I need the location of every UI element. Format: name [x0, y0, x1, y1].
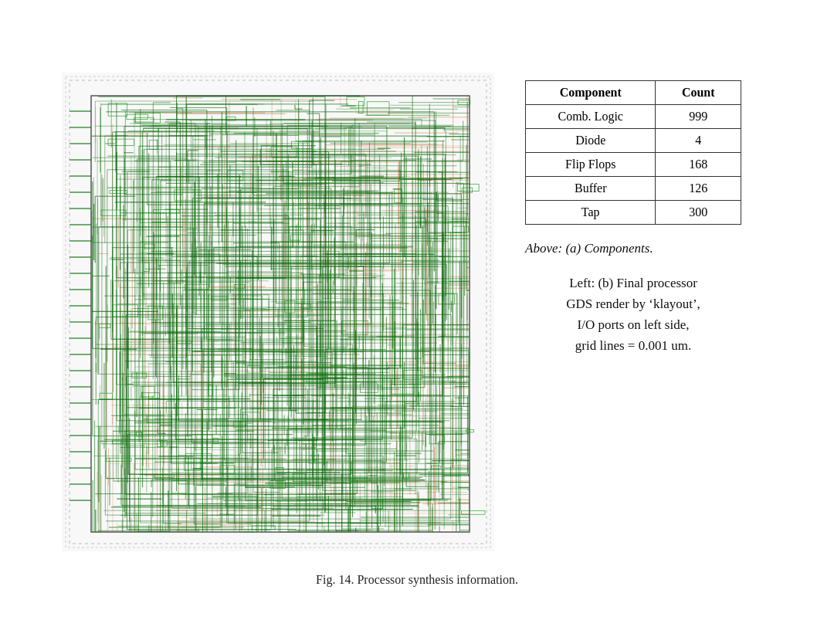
table-cell-count: 168: [656, 153, 741, 177]
caption-left: Left: (b) Final processor GDS render by …: [525, 273, 741, 357]
table-cell-count: 126: [656, 177, 741, 201]
table-cell-count: 999: [656, 105, 741, 129]
table-row: Diode4: [526, 129, 741, 153]
col-header-component: Component: [526, 81, 656, 105]
table-cell-component: Buffer: [526, 177, 656, 201]
component-table: Component Count Comb. Logic999Diode4Flip…: [525, 80, 741, 225]
table-cell-count: 300: [656, 201, 741, 225]
table-cell-component: Tap: [526, 201, 656, 225]
caption-above: Above: (a) Components.: [525, 239, 653, 259]
right-panel: Component Count Comb. Logic999Diode4Flip…: [525, 73, 772, 356]
col-header-count: Count: [656, 81, 741, 105]
table-row: Flip Flops168: [526, 153, 741, 177]
table-row: Tap300: [526, 201, 741, 225]
table-cell-count: 4: [656, 129, 741, 153]
caption-left-line2: GDS render by ‘klayout’,: [566, 297, 700, 311]
table-cell-component: Flip Flops: [526, 153, 656, 177]
table-cell-component: Diode: [526, 129, 656, 153]
table-cell-component: Comb. Logic: [526, 105, 656, 129]
caption-left-line4: grid lines = 0.001 um.: [575, 338, 691, 353]
circuit-canvas: [62, 73, 494, 551]
figure-caption: Fig. 14. Processor synthesis information…: [0, 573, 834, 587]
caption-left-line1: Left: (b) Final processor: [569, 276, 697, 290]
table-row: Buffer126: [526, 177, 741, 201]
caption-left-line3: I/O ports on left side,: [578, 317, 690, 332]
table-row: Comb. Logic999: [526, 105, 741, 129]
main-content: Component Count Comb. Logic999Diode4Flip…: [0, 57, 834, 567]
circuit-diagram: [62, 73, 494, 551]
